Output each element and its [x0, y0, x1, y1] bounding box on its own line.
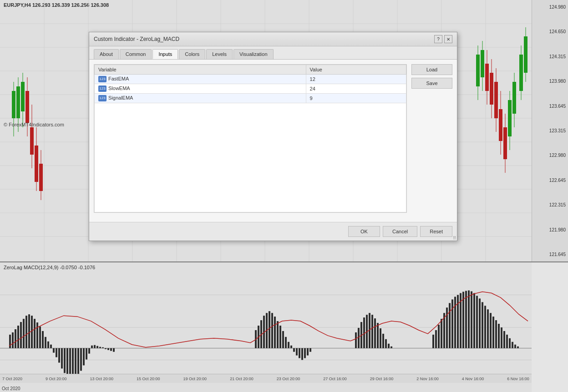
tab-about[interactable]: About — [94, 49, 119, 59]
tab-common[interactable]: Common — [120, 49, 152, 59]
val-signalema: 9 — [306, 94, 406, 103]
dialog-controls: ? ✕ — [434, 35, 452, 43]
tab-bar: About Common Inputs Colors Levels Visual… — [89, 46, 457, 60]
cancel-button[interactable]: Cancel — [383, 226, 417, 237]
side-buttons: Load Save — [411, 64, 452, 89]
ok-button[interactable]: OK — [348, 226, 380, 237]
table-row[interactable]: 123SignalEMA 9 — [95, 94, 406, 103]
tab-visualization[interactable]: Visualization — [233, 49, 274, 59]
column-variable: Variable — [95, 65, 306, 75]
inputs-table-container: Variable Value 123FastEMA 12 — [94, 64, 407, 213]
reset-button[interactable]: Reset — [420, 226, 452, 237]
table-row[interactable]: 123SlowEMA 24 — [95, 84, 406, 94]
dialog-titlebar: Custom Indicator - ZeroLag_MACD ? ✕ — [89, 32, 457, 46]
dialog-title: Custom Indicator - ZeroLag_MACD — [94, 36, 179, 42]
val-slowema: 24 — [306, 84, 406, 94]
content-row: Variable Value 123FastEMA 12 — [94, 64, 452, 213]
indicator-dialog: Custom Indicator - ZeroLag_MACD ? ✕ Abou… — [89, 32, 457, 241]
var-icon-slowema: 123 — [98, 85, 106, 92]
var-slowema: 123SlowEMA — [95, 84, 306, 94]
bottom-buttons: OK Cancel Reset — [89, 222, 457, 241]
load-button[interactable]: Load — [411, 64, 452, 75]
save-button[interactable]: Save — [411, 78, 452, 89]
val-fastema: 12 — [306, 75, 406, 84]
var-icon-signalema: 123 — [98, 95, 106, 101]
var-fastema: 123FastEMA — [95, 75, 306, 84]
var-signalema: 123SignalEMA — [95, 94, 306, 103]
tab-colors[interactable]: Colors — [179, 49, 205, 59]
resize-handle[interactable]: ⠿ — [451, 235, 457, 241]
dialog-close-button[interactable]: ✕ — [444, 35, 452, 43]
inputs-table: Variable Value 123FastEMA 12 — [94, 65, 406, 212]
column-value: Value — [306, 65, 406, 75]
dialog-body: Variable Value 123FastEMA 12 — [89, 60, 457, 222]
var-icon-fastema: 123 — [98, 76, 106, 82]
tab-levels[interactable]: Levels — [206, 49, 233, 59]
dialog-overlay: Custom Indicator - ZeroLag_MACD ? ✕ Abou… — [0, 0, 568, 392]
dialog-help-button[interactable]: ? — [434, 35, 442, 43]
table-row[interactable]: 123FastEMA 12 — [95, 75, 406, 84]
tab-inputs[interactable]: Inputs — [152, 49, 178, 59]
